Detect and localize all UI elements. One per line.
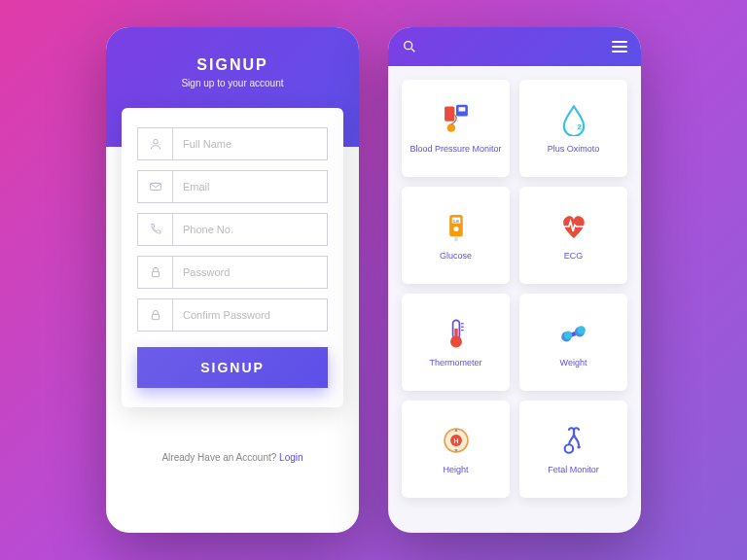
fullname-input[interactable] xyxy=(173,128,327,159)
signup-screen: SIGNUP Sign up to your account xyxy=(106,27,359,533)
menu-icon[interactable] xyxy=(612,41,627,52)
svg-rect-1 xyxy=(150,184,160,191)
height-icon: H xyxy=(440,424,473,457)
login-prompt: Already Have an Account? Login xyxy=(106,437,359,478)
tile-label: Glucose xyxy=(440,251,472,261)
signup-form: SIGNUP xyxy=(122,108,343,407)
tile-oximoto[interactable]: 2 Plus Oximoto xyxy=(519,80,627,177)
tile-label: Weight xyxy=(560,358,587,368)
thermometer-icon xyxy=(440,317,473,350)
svg-text:2: 2 xyxy=(577,122,581,131)
signup-button[interactable]: SIGNUP xyxy=(137,347,328,388)
user-icon xyxy=(138,128,173,159)
lock-icon xyxy=(138,257,173,288)
svg-rect-3 xyxy=(152,314,159,319)
fetal-icon xyxy=(557,424,590,457)
mail-icon xyxy=(138,171,173,202)
tile-weight[interactable]: Weight xyxy=(519,294,627,391)
signup-title: SIGNUP xyxy=(125,56,339,74)
svg-point-8 xyxy=(446,123,455,132)
tile-label: Plus Oximoto xyxy=(548,144,600,154)
svg-text:5.8: 5.8 xyxy=(452,219,459,224)
login-link[interactable]: Login xyxy=(279,452,302,463)
tile-grid: Blood Pressure Monitor 2 Plus Oximoto 5.… xyxy=(388,66,641,511)
svg-point-25 xyxy=(577,326,586,334)
svg-point-23 xyxy=(563,331,572,339)
svg-rect-2 xyxy=(152,271,159,276)
tile-label: Blood Pressure Monitor xyxy=(409,144,501,154)
confirm-password-field[interactable] xyxy=(137,298,328,332)
svg-point-4 xyxy=(405,42,412,50)
tile-fetal[interactable]: Fetal Monitor xyxy=(519,401,627,498)
password-field[interactable] xyxy=(137,256,328,289)
svg-point-0 xyxy=(153,139,158,144)
svg-point-29 xyxy=(564,444,573,453)
signup-subtitle: Sign up to your account xyxy=(125,78,339,88)
tile-height[interactable]: H Height xyxy=(402,401,510,498)
dashboard-screen: Blood Pressure Monitor 2 Plus Oximoto 5.… xyxy=(388,27,641,533)
phone-input[interactable] xyxy=(173,214,327,245)
bp-monitor-icon xyxy=(440,103,473,136)
email-input[interactable] xyxy=(173,171,327,202)
tile-label: ECG xyxy=(564,251,584,261)
phone-field[interactable] xyxy=(137,213,328,246)
svg-point-13 xyxy=(453,227,458,231)
tile-blood-pressure[interactable]: Blood Pressure Monitor xyxy=(402,80,510,177)
tile-glucose[interactable]: 5.8 Glucose xyxy=(402,187,510,284)
svg-rect-17 xyxy=(454,329,457,340)
password-input[interactable] xyxy=(173,257,327,288)
oxygen-icon: 2 xyxy=(557,103,590,136)
svg-rect-14 xyxy=(454,236,457,241)
svg-text:H: H xyxy=(453,438,458,444)
tile-ecg[interactable]: ECG xyxy=(519,187,627,284)
ecg-icon xyxy=(557,210,590,243)
login-prompt-text: Already Have an Account? xyxy=(161,452,279,463)
svg-point-30 xyxy=(577,445,580,448)
search-icon[interactable] xyxy=(402,39,417,54)
svg-rect-5 xyxy=(445,106,454,121)
tile-label: Thermometer xyxy=(429,358,481,368)
top-bar xyxy=(388,27,641,66)
lock-icon xyxy=(138,299,173,331)
weight-icon xyxy=(557,317,590,350)
svg-rect-7 xyxy=(458,107,465,111)
email-field[interactable] xyxy=(137,170,328,203)
confirm-password-input[interactable] xyxy=(173,299,327,331)
glucose-icon: 5.8 xyxy=(440,210,473,243)
tile-thermometer[interactable]: Thermometer xyxy=(402,294,510,391)
tile-label: Fetal Monitor xyxy=(548,465,599,474)
phone-icon xyxy=(138,214,173,245)
fullname-field[interactable] xyxy=(137,127,328,160)
tile-label: Height xyxy=(443,465,468,474)
